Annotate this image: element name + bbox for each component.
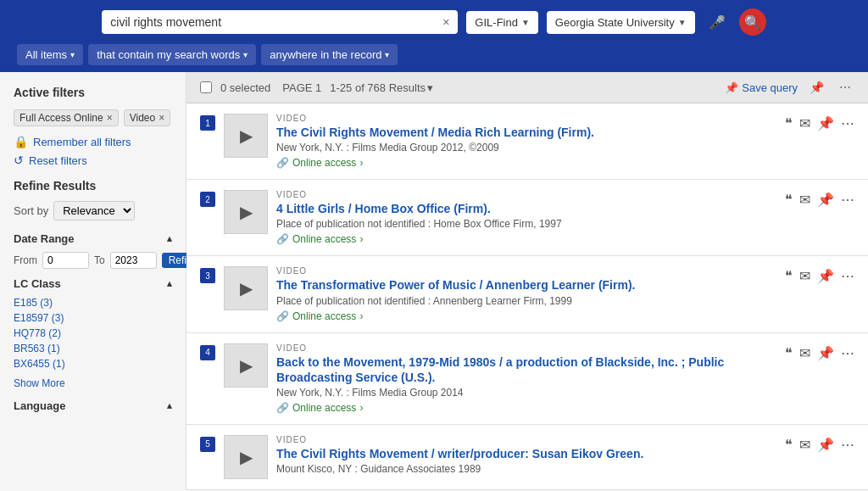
database-dropdown[interactable]: GIL-Find ▼ bbox=[466, 11, 537, 34]
cite-button[interactable]: ❝ bbox=[785, 192, 793, 208]
select-all-checkbox[interactable] bbox=[200, 81, 212, 93]
results-count-label: 1-25 of 768 Results bbox=[330, 81, 426, 94]
clear-search-button[interactable]: × bbox=[442, 15, 449, 29]
date-range-section[interactable]: Date Range ▴ bbox=[14, 232, 172, 245]
institution-dropdown-arrow: ▼ bbox=[678, 18, 687, 27]
result-thumbnail: ▶ bbox=[224, 266, 268, 310]
active-filters-tags: Full Access Online × Video × bbox=[14, 109, 172, 126]
more-result-button[interactable]: ⋯ bbox=[841, 345, 854, 361]
email-button[interactable]: ✉ bbox=[799, 345, 810, 361]
cite-button[interactable]: ❝ bbox=[785, 268, 793, 284]
lock-icon: 🔒 bbox=[14, 135, 28, 148]
refine-results-title: Refine Results bbox=[14, 179, 172, 192]
lc-class-section[interactable]: LC Class ▴ bbox=[14, 277, 172, 290]
search-button[interactable]: 🔍 bbox=[739, 8, 766, 36]
all-items-dropdown[interactable]: All items ▾ bbox=[17, 44, 83, 65]
result-title[interactable]: The Civil Rights Movement / Media Rich L… bbox=[276, 125, 776, 140]
lc-class-item[interactable]: E185 (3) bbox=[14, 297, 172, 309]
result-body: VIDEO 4 Little Girls / Home Box Office (… bbox=[276, 190, 776, 245]
search-input[interactable] bbox=[110, 15, 436, 29]
pin-result-button[interactable]: 📌 bbox=[817, 345, 834, 361]
institution-label: Georgia State University bbox=[555, 16, 675, 29]
result-actions: ❝ ✉ 📌 ⋯ bbox=[785, 192, 854, 208]
email-button[interactable]: ✉ bbox=[799, 268, 810, 284]
sort-select[interactable]: Relevance bbox=[53, 201, 135, 220]
result-title[interactable]: Back to the Movement, 1979-Mid 1980s / a… bbox=[276, 354, 776, 385]
cite-button[interactable]: ❝ bbox=[785, 345, 793, 361]
result-access-link[interactable]: 🔗Online access › bbox=[276, 157, 776, 169]
email-button[interactable]: ✉ bbox=[799, 437, 810, 453]
result-actions: ❝ ✉ 📌 ⋯ bbox=[785, 115, 854, 131]
more-actions-button[interactable]: ⋯ bbox=[836, 79, 854, 96]
mic-button[interactable]: 🎤 bbox=[704, 8, 731, 36]
result-type: VIDEO bbox=[276, 190, 776, 199]
pin-result-button[interactable]: 📌 bbox=[817, 115, 834, 131]
pin-result-button[interactable]: 📌 bbox=[817, 268, 834, 284]
result-access-link[interactable]: 🔗Online access › bbox=[276, 310, 776, 322]
filter-tag-full-access: Full Access Online × bbox=[14, 109, 119, 126]
date-range-chevron: ▴ bbox=[167, 233, 172, 244]
result-type: VIDEO bbox=[276, 343, 776, 353]
reset-filters-link[interactable]: ↺ Reset filters bbox=[14, 153, 172, 167]
result-number: 3 bbox=[200, 268, 215, 283]
remove-video-filter[interactable]: × bbox=[159, 112, 164, 124]
result-actions: ❝ ✉ 📌 ⋯ bbox=[785, 268, 854, 284]
pin-result-button[interactable]: 📌 bbox=[817, 192, 834, 208]
save-query-label: Save query bbox=[742, 81, 798, 94]
language-chevron: ▴ bbox=[167, 400, 172, 411]
lc-class-item[interactable]: E18597 (3) bbox=[14, 312, 172, 324]
more-result-button[interactable]: ⋯ bbox=[841, 192, 854, 208]
remove-full-access-filter[interactable]: × bbox=[107, 112, 113, 124]
link-icon: 🔗 bbox=[276, 233, 289, 245]
pin-result-button[interactable]: 📌 bbox=[817, 437, 834, 453]
date-to-input[interactable] bbox=[110, 252, 157, 269]
selected-count: 0 selected bbox=[220, 81, 270, 94]
all-items-label: All items bbox=[25, 48, 67, 61]
lc-class-item[interactable]: BR563 (1) bbox=[14, 343, 172, 354]
result-type: VIDEO bbox=[276, 266, 776, 276]
contain-words-dropdown[interactable]: that contain my search words ▾ bbox=[88, 44, 256, 65]
email-button[interactable]: ✉ bbox=[799, 192, 810, 208]
pin-button[interactable]: 📌 bbox=[806, 79, 827, 96]
cite-button[interactable]: ❝ bbox=[785, 437, 793, 453]
filter-tag-full-access-label: Full Access Online bbox=[19, 112, 103, 124]
date-to-label: To bbox=[94, 254, 105, 266]
result-title[interactable]: The Transformative Power of Music / Anne… bbox=[276, 277, 776, 293]
result-title[interactable]: The Civil Rights Movement / writer/produ… bbox=[276, 446, 776, 461]
lc-class-item[interactable]: HQ778 (2) bbox=[14, 327, 172, 339]
result-item: 2 ▶ VIDEO 4 Little Girls / Home Box Offi… bbox=[186, 180, 868, 256]
language-section[interactable]: Language ▴ bbox=[14, 399, 172, 412]
institution-dropdown[interactable]: Georgia State University ▼ bbox=[547, 11, 695, 34]
anywhere-dropdown[interactable]: anywhere in the record ▾ bbox=[261, 44, 398, 65]
more-result-button[interactable]: ⋯ bbox=[841, 115, 854, 131]
database-label: GIL-Find bbox=[475, 16, 518, 29]
remember-filters-link[interactable]: 🔒 Remember all filters bbox=[14, 135, 172, 148]
results-list: 1 ▶ VIDEO The Civil Rights Movement / Me… bbox=[186, 103, 868, 490]
email-button[interactable]: ✉ bbox=[799, 115, 810, 131]
reset-icon: ↺ bbox=[14, 153, 24, 167]
result-item: 1 ▶ VIDEO The Civil Rights Movement / Me… bbox=[186, 103, 868, 180]
cite-button[interactable]: ❝ bbox=[785, 115, 793, 131]
show-more-link[interactable]: Show More bbox=[14, 377, 65, 389]
result-body: VIDEO The Civil Rights Movement / Media … bbox=[276, 114, 776, 169]
more-result-button[interactable]: ⋯ bbox=[841, 268, 854, 284]
result-access-link[interactable]: 🔗Online access › bbox=[276, 402, 776, 414]
results-count-arrow: ▾ bbox=[427, 81, 433, 94]
link-icon: 🔗 bbox=[276, 402, 289, 414]
more-result-button[interactable]: ⋯ bbox=[841, 437, 854, 453]
result-type: VIDEO bbox=[276, 114, 776, 123]
save-query-button[interactable]: 📌 Save query bbox=[725, 81, 798, 94]
filter-tag-video-label: Video bbox=[130, 112, 155, 124]
anywhere-label: anywhere in the record bbox=[270, 48, 381, 61]
language-title: Language bbox=[14, 399, 65, 412]
lc-class-item[interactable]: BX6455 (1) bbox=[14, 358, 172, 370]
result-access-link[interactable]: 🔗Online access › bbox=[276, 233, 776, 245]
results-count-dropdown[interactable]: 1-25 of 768 Results ▾ bbox=[330, 81, 433, 94]
filter-tag-video: Video × bbox=[124, 109, 171, 126]
result-body: VIDEO The Transformative Power of Music … bbox=[276, 266, 776, 321]
result-number: 5 bbox=[200, 437, 215, 452]
date-from-input[interactable] bbox=[42, 252, 89, 269]
result-title[interactable]: 4 Little Girls / Home Box Office (Firm). bbox=[276, 201, 776, 216]
result-actions: ❝ ✉ 📌 ⋯ bbox=[785, 345, 854, 361]
main-layout: Active filters Full Access Online × Vide… bbox=[0, 72, 868, 490]
